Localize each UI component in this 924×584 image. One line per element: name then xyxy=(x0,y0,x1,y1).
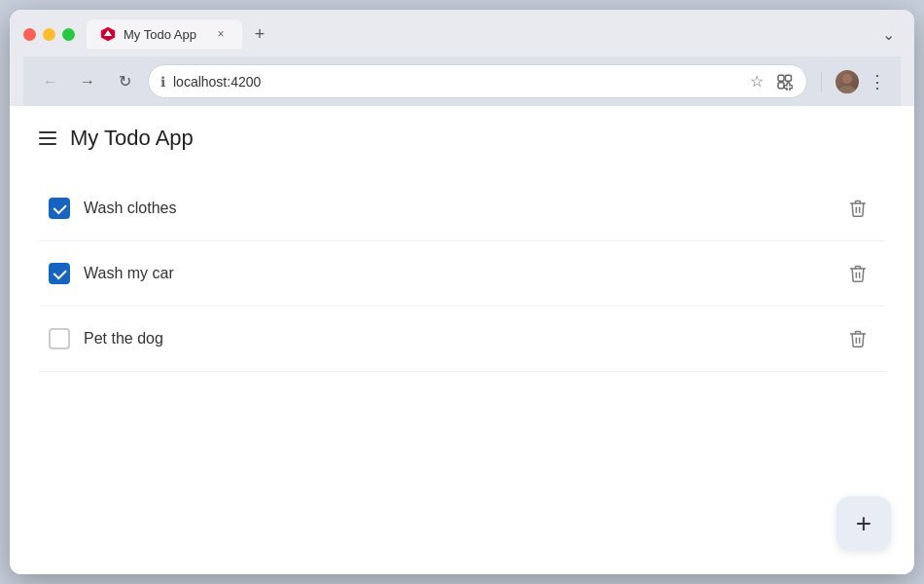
more-options-button[interactable]: ⋮ xyxy=(869,71,887,92)
avatar[interactable] xyxy=(835,70,859,93)
tab-title: My Todo App xyxy=(124,27,205,42)
back-icon: ← xyxy=(43,73,58,91)
svg-point-3 xyxy=(842,74,852,84)
todo-label-3: Pet the dog xyxy=(84,330,827,347)
todo-item: Wash clothes xyxy=(39,176,885,241)
todo-label-2: Wash my car xyxy=(84,265,827,282)
trash-icon xyxy=(848,198,868,219)
reload-icon: ↻ xyxy=(119,72,131,91)
tab-my-todo-app[interactable]: My Todo App × xyxy=(87,19,242,49)
todo-checkbox-3[interactable] xyxy=(49,328,70,349)
window-controls xyxy=(23,28,75,41)
title-bar-top: My Todo App × + ⌄ xyxy=(23,19,901,49)
add-todo-fab-button[interactable]: + xyxy=(836,496,891,551)
minimize-window-button[interactable] xyxy=(43,28,55,41)
todo-checkbox-1[interactable] xyxy=(49,198,70,219)
close-window-button[interactable] xyxy=(23,28,36,41)
avatar-image xyxy=(835,70,859,93)
url-text: localhost:4200 xyxy=(173,74,740,90)
tab-dropdown-button[interactable]: ⌄ xyxy=(876,21,901,48)
maximize-window-button[interactable] xyxy=(62,28,75,41)
url-actions: ☆ xyxy=(748,70,795,92)
app-content: My Todo App Wash clothes xyxy=(10,106,914,574)
todo-item: Wash my car xyxy=(39,241,885,307)
delete-todo-3-button[interactable] xyxy=(840,324,875,353)
url-info-icon: ℹ xyxy=(160,74,165,90)
new-tab-button[interactable]: + xyxy=(246,20,273,48)
app-title: My Todo App xyxy=(70,126,194,151)
tab-close-button[interactable]: × xyxy=(213,26,229,42)
app-header: My Todo App xyxy=(10,106,914,166)
forward-icon: → xyxy=(80,73,95,91)
trash-icon xyxy=(848,263,868,284)
todo-list: Wash clothes Wash my car xyxy=(10,166,914,574)
title-bar: My Todo App × + ⌄ ← → ↻ ℹ localhost:4200 xyxy=(10,10,914,106)
url-bar[interactable]: ℹ localhost:4200 ☆ xyxy=(148,64,807,98)
separator xyxy=(821,72,822,91)
delete-todo-1-button[interactable] xyxy=(840,194,875,223)
browser-window: My Todo App × + ⌄ ← → ↻ ℹ localhost:4200 xyxy=(10,10,914,574)
address-bar: ← → ↻ ℹ localhost:4200 ☆ xyxy=(23,56,901,106)
extensions-icon xyxy=(775,73,793,91)
svg-point-4 xyxy=(838,86,856,93)
trash-icon xyxy=(848,328,868,349)
reload-button[interactable]: ↻ xyxy=(111,68,138,95)
delete-todo-2-button[interactable] xyxy=(840,259,875,288)
hamburger-menu-icon[interactable] xyxy=(39,131,56,145)
tab-area: My Todo App × + ⌄ xyxy=(87,19,901,49)
todo-item: Pet the dog xyxy=(39,307,885,372)
extensions-button[interactable] xyxy=(773,71,795,92)
todo-checkbox-2[interactable] xyxy=(49,263,70,284)
bookmark-button[interactable]: ☆ xyxy=(748,70,765,92)
back-button[interactable]: ← xyxy=(37,68,64,95)
todo-label-1: Wash clothes xyxy=(84,200,827,217)
tab-favicon xyxy=(100,26,116,42)
forward-button[interactable]: → xyxy=(74,68,101,95)
